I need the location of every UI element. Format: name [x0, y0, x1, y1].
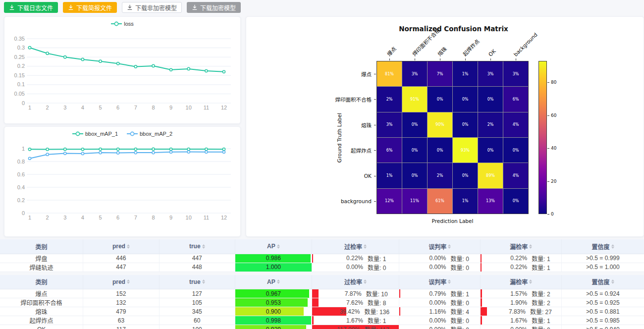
header-label: 过检率 [344, 277, 362, 286]
column-header-pred[interactable]: pred [83, 239, 159, 254]
over-detect-cell: 7.62%数量: 8 [312, 298, 399, 307]
matrix-cell: 61% [428, 189, 452, 214]
sort-icon[interactable] [202, 279, 205, 284]
matrix-row-label: background [246, 198, 372, 204]
column-header-AP[interactable]: AP [235, 239, 312, 254]
matrix-column-label: 起焊炸点 [461, 38, 481, 57]
matrix-tick [374, 201, 376, 202]
column-header-置信度[interactable]: 置信度 [562, 275, 644, 289]
svg-text:4: 4 [81, 215, 84, 220]
colorbar-tick-label: 80 [551, 80, 556, 85]
rate-value: 1.57% [492, 290, 528, 297]
true-cell: 60 [159, 316, 235, 325]
rate-count: 数量: 1 [368, 316, 386, 325]
ap-value: 0.900 [235, 307, 312, 316]
confidence-cell: >0.5 = 0.940 [562, 325, 644, 329]
sort-icon[interactable] [529, 244, 532, 249]
download-report-button[interactable]: 下载简报文件 [63, 2, 117, 13]
over-detect-cell: 0.00%数量: 0 [312, 263, 399, 272]
sort-icon[interactable] [364, 279, 367, 284]
matrix-cell: 4% [503, 112, 528, 137]
rate-value: 7.87% [323, 290, 361, 297]
rate-value: 1.90% [492, 299, 528, 306]
sort-icon[interactable] [448, 279, 451, 284]
over-detect-cell: 39.42%数量: 136 [312, 307, 399, 316]
true-cell: 127 [159, 289, 235, 298]
column-header-漏检率[interactable]: 漏检率 [481, 239, 562, 254]
table-row: 焊印面积不合格1321050.9537.62%数量: 80.00%数量: 01.… [0, 298, 644, 307]
rate-count: 数量: 0 [532, 325, 550, 329]
column-header-误判率[interactable]: 误判率 [399, 275, 481, 289]
ap-value: 0.953 [235, 298, 312, 307]
miss-detect-cell: 0.00%数量: 0 [481, 325, 562, 329]
category-cell: 起焊炸点 [0, 316, 83, 325]
sort-icon[interactable] [277, 279, 280, 284]
svg-text:7: 7 [134, 215, 137, 220]
svg-text:0.3: 0.3 [17, 45, 25, 51]
column-header-类别: 类别 [0, 275, 83, 289]
rate-count: 数量: 117 [365, 325, 389, 329]
svg-text:0.35: 0.35 [14, 36, 25, 42]
svg-text:0.2: 0.2 [17, 63, 25, 69]
sort-icon[interactable] [127, 244, 130, 249]
pred-cell: 446 [83, 254, 159, 263]
ap-cell: 0.900 [235, 307, 312, 316]
matrix-cell: 1% [453, 189, 478, 214]
true-cell: 100 [159, 325, 235, 329]
column-header-pred[interactable]: pred [83, 275, 159, 289]
svg-text:0.1: 0.1 [17, 81, 25, 87]
column-header-AP[interactable]: AP [235, 275, 312, 289]
matrix-cell: 12% [377, 189, 402, 214]
column-header-置信度[interactable]: 置信度 [562, 239, 644, 254]
rate-count: 数量: 1 [450, 289, 469, 298]
sort-icon[interactable] [611, 244, 614, 249]
svg-text:8: 8 [152, 215, 155, 220]
matrix-column-label: 爆点 [385, 45, 397, 57]
button-label: 下载简报文件 [76, 3, 112, 12]
svg-text:0.8: 0.8 [17, 159, 25, 164]
sort-icon[interactable] [202, 244, 205, 249]
column-header-过检率[interactable]: 过检率 [312, 275, 399, 289]
column-header-类别: 类别 [0, 239, 83, 254]
sort-icon[interactable] [277, 244, 280, 249]
sort-icon[interactable] [448, 244, 451, 249]
rate-count: 数量: 0 [368, 263, 386, 272]
column-header-过检率[interactable]: 过检率 [312, 239, 399, 254]
column-header-误判率[interactable]: 误判率 [399, 239, 481, 254]
download-plain-model-button[interactable]: 下载非加密模型 [122, 2, 182, 13]
svg-text:12: 12 [221, 215, 227, 220]
confidence-cell: >0.5 = 1.000 [562, 263, 644, 272]
metrics-table-defects: 类别predtrueAP过检率误判率漏检率置信度爆点1521270.9677.8… [0, 275, 644, 329]
confusion-matrix-y-axis-label: Ground Truth Label [336, 112, 342, 162]
sort-icon[interactable] [364, 244, 367, 249]
over-detect-cell: 7.87%数量: 10 [312, 289, 399, 298]
miss-detect-cell: 0.22%数量: 1 [481, 254, 562, 263]
colorbar-tick-label: 0 [551, 212, 554, 217]
miss-detect-cell: 1.90%数量: 2 [481, 298, 562, 307]
matrix-tick [440, 58, 440, 60]
column-header-漏检率[interactable]: 漏检率 [481, 275, 562, 289]
matrix-cell: 0% [402, 163, 427, 188]
pred-cell: 479 [83, 307, 159, 316]
download-log-button[interactable]: 下载日志文件 [4, 2, 58, 13]
table-row: 焊盘4464470.9860.22%数量: 10.00%数量: 00.22%数量… [0, 254, 644, 263]
download-encrypted-model-button[interactable]: 下载加密模型 [187, 2, 241, 13]
category-cell: 爆点 [0, 289, 83, 298]
download-icon [9, 4, 15, 10]
column-header-true[interactable]: true [159, 239, 235, 254]
miss-detect-cell: 1.57%数量: 2 [481, 289, 562, 298]
matrix-cell: 3% [402, 61, 427, 86]
matrix-cell: 1% [377, 163, 402, 188]
sort-icon[interactable] [127, 279, 130, 284]
rate-value: 0.22% [492, 264, 528, 271]
rate-value: 0.22% [325, 255, 363, 262]
header-label: AP [267, 243, 275, 250]
pred-cell: 132 [83, 298, 159, 307]
sort-icon[interactable] [529, 279, 532, 284]
rate-value: 1.67% [325, 317, 363, 324]
svg-text:4: 4 [81, 105, 84, 110]
column-header-true[interactable]: true [159, 275, 235, 289]
over-detect-cell: 1.67%数量: 1 [312, 316, 399, 325]
matrix-row-label: 起焊炸点 [246, 147, 372, 154]
sort-icon[interactable] [611, 279, 614, 284]
